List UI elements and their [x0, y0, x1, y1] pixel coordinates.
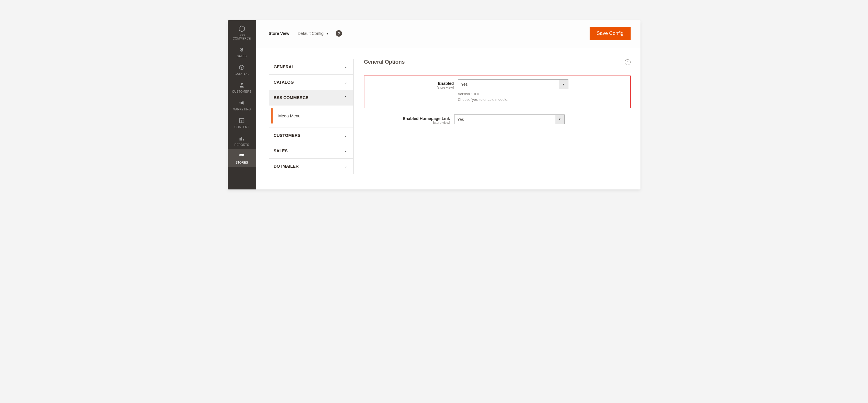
scope-switcher: Store View: Default Config ▼ ? [269, 30, 342, 37]
tab-catalog[interactable]: CATALOG ⌄ [269, 75, 353, 90]
nav-sales[interactable]: $ SALES [228, 43, 256, 61]
nav-marketing[interactable]: MARKETING [228, 96, 256, 114]
svg-rect-8 [243, 139, 244, 140]
nav-label: CUSTOMERS [232, 90, 251, 93]
field-enabled: Enabled [store view] Yes ▼ Version 1.0.0… [364, 75, 630, 108]
tab-label: DOTMAILER [274, 164, 299, 168]
note-line: Choose 'yes' to enable module. [458, 97, 568, 102]
field-label: Enabled Homepage Link [store view] [364, 115, 450, 124]
tab-label: BSS COMMERCE [274, 95, 309, 100]
scope-label: Store View: [269, 31, 291, 36]
nav-content[interactable]: CONTENT [228, 114, 256, 132]
svg-rect-6 [240, 138, 241, 141]
scope-value: Default Config [298, 31, 324, 36]
subtab-wrap: Mega Menu [269, 105, 353, 128]
tab-customers[interactable]: CUSTOMERS ⌄ [269, 128, 353, 143]
enabled-select[interactable]: Yes ▼ [458, 79, 568, 89]
nav-stores[interactable]: STORES [228, 149, 256, 167]
caret-down-icon: ▼ [559, 80, 568, 89]
panel: General Options ⌃ Enabled [store view] Y… [364, 59, 641, 174]
tab-label: SALES [274, 149, 288, 153]
help-icon[interactable]: ? [336, 30, 342, 37]
content: GENERAL ⌄ CATALOG ⌄ BSS COMMERCE ⌃ Mega … [256, 48, 641, 174]
svg-marker-0 [239, 26, 244, 32]
enabled-homepage-link-select[interactable]: Yes ▼ [454, 115, 565, 124]
label-text: Enabled Homepage Link [364, 116, 450, 121]
panel-header: General Options ⌃ [364, 59, 630, 65]
caret-down-icon: ▼ [326, 32, 329, 35]
svg-rect-7 [241, 137, 242, 141]
tab-sales[interactable]: SALES ⌄ [269, 143, 353, 159]
bars-icon [239, 134, 245, 142]
layout-icon [239, 117, 245, 124]
tab-general[interactable]: GENERAL ⌄ [269, 59, 353, 75]
save-config-button[interactable]: Save Config [590, 27, 630, 40]
admin-nav: BSS COMMERCE $ SALES CATALOG CUSTOMERS M… [228, 20, 256, 189]
chevron-up-icon: ⌃ [344, 96, 347, 100]
field-label: Enabled [store view] [368, 79, 454, 89]
dollar-icon: $ [239, 46, 245, 54]
subtab-mega-menu[interactable]: Mega Menu [271, 108, 351, 123]
chevron-down-icon: ⌄ [344, 164, 347, 168]
hexagon-icon [238, 25, 245, 33]
nav-label: MARKETING [233, 108, 251, 111]
field-control: Yes ▼ Version 1.0.0 Choose 'yes' to enab… [458, 79, 568, 102]
box-icon [239, 64, 245, 71]
nav-catalog[interactable]: CATALOG [228, 61, 256, 79]
note-line: Version 1.0.0 [458, 92, 568, 97]
svg-text:$: $ [240, 46, 243, 53]
app-window: BSS COMMERCE $ SALES CATALOG CUSTOMERS M… [228, 20, 641, 189]
select-value: Yes [455, 115, 555, 124]
nav-label: REPORTS [235, 143, 249, 147]
megaphone-icon [239, 99, 245, 106]
nav-label: CONTENT [235, 126, 249, 129]
tab-label: CUSTOMERS [274, 133, 301, 138]
chevron-down-icon: ⌄ [344, 149, 347, 153]
nav-label: CATALOG [235, 72, 249, 75]
scope-hint: [store view] [368, 86, 454, 89]
nav-customers[interactable]: CUSTOMERS [228, 79, 256, 96]
caret-down-icon: ▼ [555, 115, 564, 124]
field-note: Version 1.0.0 Choose 'yes' to enable mod… [458, 92, 568, 102]
chevron-down-icon: ⌄ [344, 133, 347, 137]
label-text: Enabled [368, 81, 454, 86]
collapse-icon[interactable]: ⌃ [625, 59, 630, 65]
person-icon [239, 81, 245, 89]
scope-hint: [store view] [364, 121, 450, 124]
field-enabled-homepage-link: Enabled Homepage Link [store view] Yes ▼ [364, 115, 630, 124]
tab-label: GENERAL [274, 64, 294, 69]
select-value: Yes [458, 80, 559, 89]
svg-point-2 [241, 83, 243, 85]
svg-rect-3 [240, 119, 244, 123]
tab-label: CATALOG [274, 80, 294, 85]
nav-label: BSS COMMERCE [233, 34, 251, 40]
nav-bss-commerce[interactable]: BSS COMMERCE [228, 22, 256, 43]
field-control: Yes ▼ [454, 115, 565, 124]
main: Store View: Default Config ▼ ? Save Conf… [256, 20, 641, 189]
page-header: Store View: Default Config ▼ ? Save Conf… [256, 20, 641, 48]
chevron-down-icon: ⌄ [344, 80, 347, 84]
chevron-down-icon: ⌄ [344, 65, 347, 69]
nav-reports[interactable]: REPORTS [228, 132, 256, 149]
store-icon [239, 152, 245, 160]
config-tabs: GENERAL ⌄ CATALOG ⌄ BSS COMMERCE ⌃ Mega … [269, 59, 354, 174]
tab-bss-commerce[interactable]: BSS COMMERCE ⌃ [269, 90, 353, 105]
nav-label: STORES [236, 161, 248, 164]
panel-title: General Options [364, 59, 405, 65]
scope-select[interactable]: Default Config ▼ [298, 31, 329, 36]
nav-label: SALES [237, 55, 247, 58]
tab-dotmailer[interactable]: DOTMAILER ⌄ [269, 159, 353, 174]
